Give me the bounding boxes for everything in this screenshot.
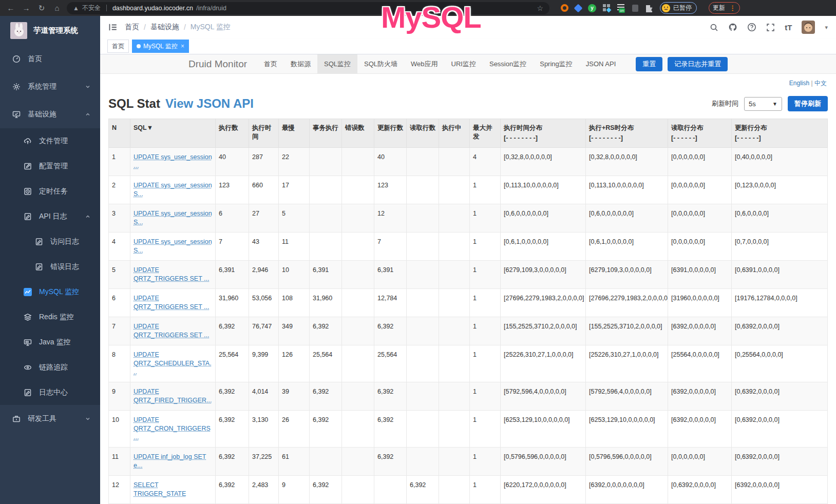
caret-down-icon[interactable]: ▾: [825, 24, 828, 31]
sql-link[interactable]: UPDATE QRTZ_SCHEDULER_STA...: [134, 351, 212, 376]
sidebar-item-infra[interactable]: 基础设施: [0, 101, 100, 128]
github-icon[interactable]: [728, 23, 737, 32]
sidebar-item-accesslog[interactable]: 访问日志: [0, 229, 100, 254]
column-header[interactable]: 更新行分布[- - - - - -]: [732, 119, 828, 148]
forward-icon[interactable]: →: [21, 0, 32, 16]
browser-update-button[interactable]: 更新 ⋮: [709, 2, 740, 14]
menu-fold-icon[interactable]: [108, 23, 118, 32]
reset-button[interactable]: 重置: [636, 57, 662, 71]
sidebar-item-job[interactable]: 定时任务: [0, 179, 100, 204]
sql-link[interactable]: UPDATE QRTZ_CRON_TRIGGERS...: [134, 416, 211, 441]
sidebar-item-java[interactable]: Java 监控: [0, 329, 100, 355]
view-json-api-link[interactable]: View JSON API: [165, 96, 254, 111]
refresh-interval-select[interactable]: 5s ▼: [744, 97, 782, 111]
druid-brand[interactable]: Druid Monitor: [188, 59, 247, 70]
close-icon[interactable]: ×: [181, 43, 184, 50]
tag-home[interactable]: 首页: [107, 40, 129, 53]
value-cell: [407, 232, 439, 261]
sidebar-item-devtool[interactable]: 研发工具: [0, 405, 100, 433]
sidebar-item-system[interactable]: 系统管理: [0, 73, 100, 101]
column-header[interactable]: 执行时间: [249, 119, 279, 148]
druid-nav-item-4[interactable]: Web应用: [404, 54, 445, 74]
address-divider: [106, 5, 107, 11]
column-header[interactable]: 事务执行: [310, 119, 342, 148]
column-header[interactable]: 错误数: [342, 119, 374, 148]
sidebar-item-label: 系统管理: [28, 82, 56, 91]
sidebar-item-redis[interactable]: Redis 监控: [0, 304, 100, 329]
column-header[interactable]: 最慢: [279, 119, 310, 148]
pause-refresh-button[interactable]: 暂停刷新: [788, 96, 828, 111]
druid-nav-item-8[interactable]: JSON API: [579, 54, 623, 74]
sql-link[interactable]: UPDATE QRTZ_TRIGGERS SET ...: [134, 323, 209, 339]
column-header[interactable]: 执行数: [216, 119, 249, 148]
column-header[interactable]: 执行时间分布[- - - - - - - -]: [501, 119, 586, 148]
druid-nav-item-6[interactable]: Session监控: [483, 54, 533, 74]
reload-icon[interactable]: ↻: [36, 0, 47, 16]
more-menu-icon[interactable]: ⋮: [729, 4, 736, 12]
sidebar-item-logcenter[interactable]: 日志中心: [0, 380, 100, 405]
profile-chip[interactable]: 已暂停: [660, 2, 697, 14]
sql-link[interactable]: UPDATE inf_job_log SET e...: [134, 453, 206, 469]
sidebar-item-home[interactable]: 首页: [0, 45, 100, 73]
column-header[interactable]: SQL▼: [130, 119, 216, 148]
log-and-reset-button[interactable]: 记录日志并重置: [668, 57, 728, 71]
column-header[interactable]: N: [109, 119, 130, 148]
value-cell: 1: [470, 345, 501, 382]
bookmark-star-icon[interactable]: ☆: [537, 4, 543, 12]
column-header[interactable]: 更新行数: [374, 119, 407, 148]
value-cell: 6,392: [216, 317, 249, 345]
column-header[interactable]: 最大并发: [470, 119, 501, 148]
sql-link[interactable]: UPDATE QRTZ_TRIGGERS SET ...: [134, 266, 209, 282]
druid-nav-item-1[interactable]: 数据源: [284, 54, 317, 74]
extension-blue-icon[interactable]: [574, 4, 583, 12]
breadcrumb-home[interactable]: 首页: [125, 23, 139, 32]
sql-link[interactable]: UPDATE sys_user_session ...: [134, 153, 212, 169]
puzzle-icon[interactable]: [645, 4, 653, 12]
column-header[interactable]: 执行+RS时分布[- - - - - - - -]: [586, 119, 668, 148]
sidebar-item-config[interactable]: 配置管理: [0, 153, 100, 179]
extensions-row: y on 已暂停 更新 ⋮: [561, 2, 740, 14]
value-cell: 1: [470, 261, 501, 289]
druid-nav-item-0[interactable]: 首页: [257, 54, 284, 74]
sql-link[interactable]: UPDATE sys_user_session S...: [134, 238, 212, 254]
druid-nav-item-7[interactable]: Spring监控: [533, 54, 579, 74]
lang-chinese-link[interactable]: 中文: [814, 80, 827, 87]
extension-blocks-icon[interactable]: [603, 4, 611, 12]
language-switch: English | 中文: [100, 74, 836, 88]
avatar[interactable]: [802, 21, 815, 34]
sql-link[interactable]: SELECT TRIGGER_STATE: [134, 481, 186, 497]
column-header[interactable]: 读取行分布[- - - - - -]: [668, 119, 732, 148]
extension-orange-icon[interactable]: [561, 4, 568, 12]
druid-nav-item-2[interactable]: SQL监控: [317, 54, 357, 74]
sidebar-item-apilog[interactable]: API 日志: [0, 204, 100, 229]
help-icon[interactable]: [747, 23, 756, 32]
font-size-icon[interactable]: tT: [785, 23, 792, 32]
fullscreen-icon[interactable]: [766, 23, 775, 32]
sql-link[interactable]: UPDATE sys_user_session S...: [134, 210, 212, 226]
value-cell: [0,123,0,0,0,0]: [732, 176, 828, 204]
security-label[interactable]: 不安全: [82, 4, 101, 12]
search-icon[interactable]: [710, 23, 718, 32]
lang-english-link[interactable]: English: [789, 80, 809, 87]
sidebar-item-errorlog[interactable]: 错误日志: [0, 254, 100, 279]
sql-link[interactable]: UPDATE QRTZ_TRIGGERS SET ...: [134, 295, 209, 311]
extension-list-icon[interactable]: on: [617, 4, 625, 12]
column-header[interactable]: 读取行数: [407, 119, 439, 148]
value-cell: 6,392: [374, 411, 407, 448]
column-header[interactable]: 执行中: [439, 119, 470, 148]
sql-link[interactable]: UPDATE QRTZ_FIRED_TRIGGER...: [134, 388, 212, 404]
home-icon[interactable]: ⌂: [51, 0, 63, 16]
value-cell: [374, 476, 407, 504]
sql-link[interactable]: UPDATE sys_user_session S...: [134, 182, 212, 198]
druid-nav-item-5[interactable]: URI监控: [445, 54, 483, 74]
druid-nav-item-3[interactable]: SQL防火墙: [357, 54, 404, 74]
tag-mysql-active[interactable]: MySQL 监控 ×: [132, 40, 189, 53]
extension-green-icon[interactable]: y: [588, 4, 596, 12]
extension-gray-icon[interactable]: [632, 5, 638, 12]
sidebar-item-file[interactable]: 文件管理: [0, 128, 100, 153]
sidebar-item-mysql[interactable]: MySQL 监控: [0, 279, 100, 304]
sidebar-item-trace[interactable]: 链路追踪: [0, 355, 100, 380]
back-icon[interactable]: ←: [5, 0, 16, 16]
sidebar-item-label: MySQL 监控: [39, 287, 79, 297]
breadcrumb-infra[interactable]: 基础设施: [150, 23, 179, 32]
